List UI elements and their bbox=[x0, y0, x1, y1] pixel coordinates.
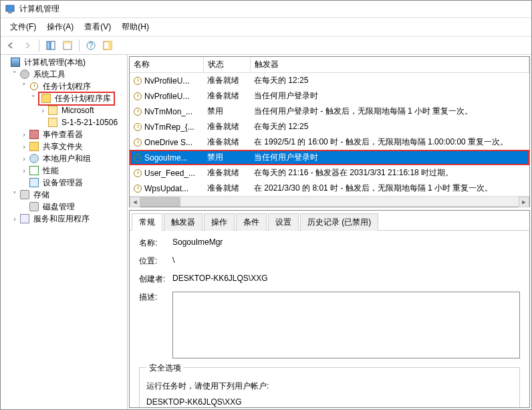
scroll-right-button[interactable]: ► bbox=[519, 197, 529, 207]
nav-tree[interactable]: ·计算机管理(本地) ˅系统工具 ˅任务计划程序 ˅任务计划程序库 bbox=[1, 55, 128, 409]
task-row[interactable]: NvProfileU...准备就绪当任何用户登录时 bbox=[130, 88, 529, 104]
task-cell-name: WpsUpdat... bbox=[130, 181, 203, 196]
users-icon bbox=[29, 153, 39, 164]
show-hide-tree-button[interactable] bbox=[43, 38, 58, 53]
description-textarea[interactable] bbox=[172, 292, 520, 358]
task-table[interactable]: 名称 状态 触发器 NvProfileU...准备就绪在每天的 12:25NvP… bbox=[130, 57, 529, 196]
task-cell-name: NvProfileU... bbox=[130, 88, 203, 104]
task-row[interactable]: NvProfileU...准备就绪在每天的 12:25 bbox=[130, 73, 529, 89]
action-pane-button[interactable] bbox=[100, 38, 115, 53]
properties-button[interactable] bbox=[60, 38, 75, 53]
toggle-event-viewer[interactable]: › bbox=[19, 130, 29, 138]
col-status[interactable]: 状态 bbox=[203, 57, 250, 73]
tree-task-scheduler[interactable]: 任务计划程序 bbox=[41, 81, 92, 92]
scroll-thumb[interactable] bbox=[140, 197, 180, 207]
tree-task-scheduler-lib[interactable]: 任务计划程序库 bbox=[53, 93, 112, 104]
performance-icon bbox=[29, 165, 39, 176]
security-options-header: 安全选项 bbox=[146, 363, 184, 374]
security-options-group: 安全选项 运行任务时，请使用下列用户帐户: DESKTOP-KK6JLQS\XX… bbox=[139, 367, 520, 407]
clock-icon bbox=[134, 185, 142, 193]
tab-general[interactable]: 常规 bbox=[132, 213, 162, 231]
svg-rect-0 bbox=[6, 5, 14, 11]
clock-icon bbox=[134, 92, 142, 100]
svg-rect-5 bbox=[63, 41, 72, 43]
toggle-shared[interactable]: › bbox=[19, 142, 29, 150]
toggle-microsoft[interactable]: › bbox=[38, 106, 47, 114]
menu-help[interactable]: 帮助(H) bbox=[116, 19, 154, 35]
col-name[interactable]: 名称 bbox=[130, 57, 203, 73]
help-button[interactable]: ? bbox=[84, 38, 98, 53]
task-cell-status: 禁用 bbox=[203, 104, 250, 119]
tree-device-manager[interactable]: 设备管理器 bbox=[41, 177, 84, 189]
value-author: DESKTOP-KK6JLQS\XXG bbox=[172, 274, 520, 283]
tree-services[interactable]: 服务和应用程序 bbox=[32, 213, 91, 225]
task-list-panel: 名称 状态 触发器 NvProfileU...准备就绪在每天的 12:25NvP… bbox=[129, 56, 530, 207]
toggle-perf[interactable]: › bbox=[19, 167, 29, 175]
clock-icon bbox=[134, 77, 142, 85]
tab-conditions[interactable]: 条件 bbox=[236, 213, 267, 231]
toggle-users[interactable]: › bbox=[19, 155, 29, 163]
clock-icon bbox=[134, 138, 142, 146]
col-trigger[interactable]: 触发器 bbox=[250, 57, 529, 73]
svg-rect-1 bbox=[8, 12, 12, 13]
scroll-left-button[interactable]: ◄ bbox=[130, 197, 140, 207]
tab-history[interactable]: 历史记录 (已禁用) bbox=[300, 213, 378, 231]
tree-performance[interactable]: 性能 bbox=[41, 165, 60, 177]
tree-local-users[interactable]: 本地用户和组 bbox=[41, 153, 92, 165]
toolbar-separator-2 bbox=[79, 39, 80, 52]
task-cell-name: User_Feed_... bbox=[130, 165, 203, 181]
tree-storage[interactable]: 存储 bbox=[32, 189, 51, 201]
toggle-task-scheduler[interactable]: ˅ bbox=[19, 82, 29, 91]
folder-icon bbox=[41, 93, 51, 104]
task-cell-status: 准备就绪 bbox=[203, 73, 250, 89]
security-runas-label: 运行任务时，请使用下列用户帐户: bbox=[146, 381, 513, 392]
tree-root[interactable]: 计算机管理(本地) bbox=[23, 57, 87, 68]
clock-icon bbox=[29, 81, 39, 92]
tree-disk-mgmt[interactable]: 磁盘管理 bbox=[41, 201, 76, 213]
menu-view[interactable]: 查看(V) bbox=[79, 19, 116, 35]
toggle-system-tools[interactable]: ˅ bbox=[10, 70, 19, 79]
task-cell-trigger: 在每天的 12:25 bbox=[250, 119, 529, 134]
tab-triggers[interactable]: 触发器 bbox=[164, 213, 203, 231]
task-cell-name: SogouIme... bbox=[130, 150, 203, 165]
tree-shared[interactable]: 共享文件夹 bbox=[41, 141, 84, 152]
device-manager-icon bbox=[29, 177, 39, 188]
task-row[interactable]: NvTmMon_...禁用当任何用户登录时 - 触发后，无限期地每隔 1 小时 … bbox=[130, 104, 529, 119]
toolbar-separator bbox=[39, 39, 39, 52]
task-cell-status: 准备就绪 bbox=[203, 119, 250, 134]
tree-microsoft[interactable]: Microsoft bbox=[60, 106, 96, 115]
menu-file[interactable]: 文件(F) bbox=[5, 19, 41, 35]
menu-action[interactable]: 操作(A) bbox=[41, 19, 79, 35]
task-row[interactable]: SogouIme...禁用当任何用户登录时 bbox=[130, 150, 529, 165]
forward-button[interactable] bbox=[20, 38, 35, 53]
tree-system-tools[interactable]: 系统工具 bbox=[32, 69, 67, 80]
task-cell-trigger: 在 2021/3/30 的 8:01 时 - 触发后，无限期地每隔 1 小时 重… bbox=[250, 181, 529, 196]
task-cell-name: NvProfileU... bbox=[130, 73, 203, 89]
horizontal-scrollbar[interactable]: ◄ ► bbox=[130, 196, 529, 207]
task-row[interactable]: User_Feed_...准备就绪在每天的 21:16 - 触发器在 2031/… bbox=[130, 165, 529, 181]
task-row[interactable]: WpsUpdat...准备就绪在 2021/3/30 的 8:01 时 - 触发… bbox=[130, 181, 529, 196]
menubar: 文件(F) 操作(A) 查看(V) 帮助(H) bbox=[1, 18, 531, 37]
services-icon bbox=[19, 213, 30, 224]
task-row[interactable]: OneDrive S...准备就绪在 1992/5/1 的 16:00 时 - … bbox=[130, 134, 529, 150]
tree-sid[interactable]: S-1-5-21-10506 bbox=[60, 118, 119, 127]
value-location: \ bbox=[172, 255, 520, 265]
computer-icon bbox=[10, 57, 21, 68]
toggle-storage[interactable]: ˅ bbox=[10, 191, 19, 199]
tab-actions[interactable]: 操作 bbox=[204, 213, 235, 231]
task-cell-trigger: 在每天的 12:25 bbox=[250, 73, 529, 89]
shared-folders-icon bbox=[29, 141, 39, 152]
toggle-services[interactable]: › bbox=[10, 215, 19, 223]
security-account-value: DESKTOP-KK6JLQS\XXG bbox=[146, 397, 513, 407]
tab-settings[interactable]: 设置 bbox=[268, 213, 299, 231]
label-description: 描述: bbox=[139, 292, 172, 303]
task-row[interactable]: NvTmRep_{...准备就绪在每天的 12:25 bbox=[130, 119, 529, 134]
back-button[interactable] bbox=[3, 38, 18, 53]
value-name: SogouImeMgr bbox=[172, 237, 520, 247]
clock-icon bbox=[134, 108, 142, 116]
tree-event-viewer[interactable]: 事件查看器 bbox=[41, 129, 84, 140]
task-cell-status: 准备就绪 bbox=[203, 134, 250, 150]
svg-rect-9 bbox=[108, 41, 112, 49]
toggle-task-lib[interactable]: ˅ bbox=[29, 94, 38, 103]
app-icon bbox=[5, 4, 15, 15]
